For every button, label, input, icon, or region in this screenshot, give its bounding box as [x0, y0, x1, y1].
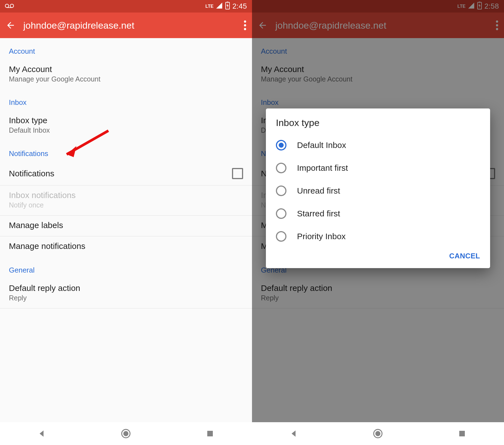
nav-back-button[interactable]	[35, 427, 49, 441]
svg-rect-19	[459, 431, 465, 436]
dialog-cancel-button[interactable]: CANCEL	[449, 252, 480, 260]
item-title: Notifications	[9, 169, 232, 178]
divider	[0, 308, 252, 308]
item-title: Manage notifications	[9, 241, 243, 251]
item-manage-labels[interactable]: Manage labels	[0, 216, 252, 236]
item-title: My Account	[9, 65, 243, 74]
item-subtitle: Manage your Google Account	[9, 75, 243, 83]
item-subtitle: Default Inbox	[9, 126, 243, 134]
item-subtitle: Notify once	[9, 201, 243, 209]
svg-point-10	[123, 431, 128, 436]
dialog-option-priority-inbox[interactable]: Priority Inbox	[266, 225, 490, 248]
section-account-header: Account	[0, 38, 252, 60]
item-title: Inbox type	[9, 116, 243, 125]
clock-time: 2:45	[232, 2, 247, 11]
svg-point-6	[244, 24, 246, 26]
dialog-title: Inbox type	[266, 117, 490, 134]
item-title: Default reply action	[9, 283, 243, 293]
nav-recents-button[interactable]	[455, 427, 469, 441]
dialog-option-unread-first[interactable]: Unread first	[266, 179, 490, 202]
svg-point-1	[10, 4, 14, 7]
nav-back-button[interactable]	[287, 427, 301, 441]
item-inbox-notifications: Inbox notifications Notify once	[0, 186, 252, 215]
option-label: Default Inbox	[297, 140, 346, 150]
dialog-option-default-inbox[interactable]: Default Inbox	[266, 134, 490, 157]
nav-home-button[interactable]	[371, 427, 385, 441]
appbar: johndoe@rapidrelease.net	[0, 13, 252, 38]
phone-screen-left: LTE 2:45 johndoe@rapidrelease.net Acco	[0, 0, 252, 445]
lte-label: LTE	[205, 4, 213, 9]
settings-content: Account My Account Manage your Google Ac…	[0, 38, 252, 308]
signal-icon	[216, 2, 223, 11]
section-inbox-header: Inbox	[0, 89, 252, 111]
option-label: Important first	[297, 163, 348, 173]
option-label: Unread first	[297, 186, 340, 196]
notifications-checkbox[interactable]	[232, 168, 243, 179]
android-navbar	[0, 422, 252, 445]
radio-button[interactable]	[276, 163, 286, 173]
svg-rect-11	[207, 431, 213, 436]
radio-button[interactable]	[276, 186, 286, 196]
item-manage-notifications[interactable]: Manage notifications	[0, 236, 252, 257]
overflow-menu-button[interactable]	[244, 20, 246, 30]
radio-button[interactable]	[276, 140, 286, 150]
section-notifications-header: Notifications	[0, 140, 252, 162]
section-general-header: General	[0, 257, 252, 278]
radio-button[interactable]	[276, 208, 286, 219]
option-label: Priority Inbox	[297, 232, 346, 241]
statusbar: LTE 2:45	[0, 0, 252, 13]
inbox-type-dialog: Inbox type Default Inbox Important first…	[266, 108, 490, 268]
nav-recents-button[interactable]	[203, 427, 217, 441]
item-default-reply-action[interactable]: Default reply action Reply	[0, 278, 252, 308]
dialog-option-starred-first[interactable]: Starred first	[266, 202, 490, 225]
voicemail-icon	[5, 3, 14, 10]
item-inbox-type[interactable]: Inbox type Default Inbox	[0, 111, 252, 140]
dialog-option-important-first[interactable]: Important first	[266, 157, 490, 179]
battery-icon	[225, 2, 230, 11]
svg-point-7	[244, 28, 246, 30]
option-label: Starred first	[297, 209, 340, 218]
svg-point-5	[244, 21, 246, 23]
back-button[interactable]	[6, 20, 16, 30]
svg-point-0	[5, 4, 9, 7]
appbar-title: johndoe@rapidrelease.net	[23, 20, 236, 31]
item-notifications[interactable]: Notifications	[0, 162, 252, 185]
phone-screen-right: LTE 2:58 johndoe@rapidrelease.net Acco	[252, 0, 504, 445]
annotation-arrow-icon	[61, 128, 111, 162]
item-my-account[interactable]: My Account Manage your Google Account	[0, 60, 252, 89]
svg-rect-4	[227, 2, 228, 3]
item-title: Manage labels	[9, 221, 243, 230]
svg-point-18	[375, 431, 380, 436]
item-title: Inbox notifications	[9, 191, 243, 200]
item-subtitle: Reply	[9, 294, 243, 302]
nav-home-button[interactable]	[119, 427, 133, 441]
radio-button[interactable]	[276, 231, 286, 242]
android-navbar	[252, 422, 504, 445]
